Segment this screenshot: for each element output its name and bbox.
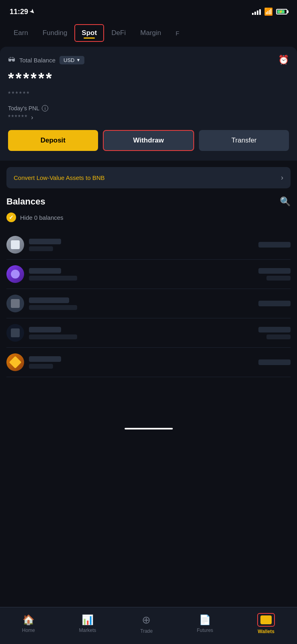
nav-wallets[interactable]: Wallets [249,611,283,636]
coin-name [29,297,69,303]
convert-text: Convert Low-Value Assets to BNB [14,174,105,181]
hide-zero-toggle[interactable]: ✓ Hide 0 balances [6,213,291,222]
action-buttons: Deposit Withdraw Transfer [8,130,289,151]
signal-icon [252,8,261,15]
check-icon: ✓ [6,213,16,222]
coin-name [29,239,61,244]
balance-item[interactable] [6,230,291,260]
main-balance: ****** [8,70,289,87]
nav-markets-label: Markets [79,627,96,633]
nav-futures-label: Futures [197,627,213,633]
balance-item[interactable] [6,289,291,318]
tab-earn[interactable]: Earn [6,23,35,43]
status-time: 11:29 ➤ [10,8,35,16]
balance-list [6,230,291,377]
balance-value [258,359,291,365]
balances-header: Balances 🔍 [6,196,291,207]
markets-icon: 📊 [82,614,94,625]
pnl-value: ****** › [8,114,289,121]
nav-wallets-label: Wallets [258,629,274,634]
pnl-section: Today's PNL i ****** › [8,105,289,121]
currency-label: USD [63,57,74,63]
balance-value [258,242,291,248]
location-icon: ➤ [29,8,37,16]
coin-icon [6,324,24,342]
nav-tabs: Earn Funding Spot DeFi Margin F [0,21,297,45]
nav-markets[interactable]: 📊 Markets [71,613,104,635]
withdraw-button[interactable]: Withdraw [103,130,195,151]
coin-sub [29,305,77,310]
balance-value [258,301,291,306]
balance-sub-value [266,276,291,281]
balance-header: 🕶 Total Balance USD ▼ ⏰ [8,55,289,65]
wallets-icon [260,615,272,624]
balance-item[interactable] [6,348,291,377]
balances-section: Balances 🔍 ✓ Hide 0 balances [0,188,297,377]
balance-label: 🕶 Total Balance USD ▼ [8,56,84,64]
clock-icon[interactable]: ⏰ [278,55,289,65]
eye-slash-icon[interactable]: 🕶 [8,56,15,64]
nav-trade-label: Trade [140,628,153,634]
tab-margin[interactable]: Margin [133,23,168,43]
nav-futures[interactable]: 📄 Futures [189,613,221,635]
tab-spot[interactable]: Spot [74,24,104,42]
coin-icon [6,353,24,371]
convert-banner[interactable]: Convert Low-Value Assets to BNB › [6,167,291,188]
coin-icon [6,295,24,312]
coin-name [29,268,61,274]
currency-badge[interactable]: USD ▼ [59,56,84,64]
home-icon: 🏠 [23,614,35,625]
balance-value [258,268,291,274]
search-icon[interactable]: 🔍 [280,196,291,207]
coin-icon [6,236,24,254]
chevron-right-icon[interactable]: › [31,114,34,121]
coin-sub [29,276,77,281]
coin-name [29,327,61,332]
coin-sub [29,334,77,339]
futures-icon: 📄 [199,614,211,625]
status-bar: 11:29 ➤ 📶 ⚡ [0,0,297,21]
tab-defi[interactable]: DeFi [104,23,133,43]
hide-zero-label: Hide 0 balances [20,214,63,221]
balance-item[interactable] [6,318,291,348]
status-icons: 📶 ⚡ [252,7,287,16]
pnl-text: Today's PNL [8,105,39,111]
info-icon[interactable]: i [42,105,48,111]
trade-icon: ⊕ [142,614,151,626]
balances-title: Balances [6,196,45,207]
balance-value [258,327,291,332]
wifi-icon: 📶 [264,7,273,16]
tab-funding[interactable]: Funding [35,23,74,43]
bottom-nav: 🏠 Home 📊 Markets ⊕ Trade 📄 Futures Walle… [0,607,297,644]
balance-card: 🕶 Total Balance USD ▼ ⏰ ****** ****** To… [0,47,297,161]
coin-sub [29,364,53,369]
coin-name [29,356,61,362]
chevron-down-icon: ▼ [76,58,81,62]
pnl-label: Today's PNL i [8,105,289,111]
balance-sub-value [266,334,291,339]
coin-icon [6,265,24,283]
pnl-number: ****** [8,114,28,121]
nav-trade[interactable]: ⊕ Trade [132,612,161,636]
balance-item[interactable] [6,260,291,289]
nav-home-label: Home [22,627,35,633]
deposit-button[interactable]: Deposit [8,130,98,151]
battery-icon: ⚡ [276,9,287,14]
tab-more[interactable]: F [168,24,186,42]
total-balance-text: Total Balance [19,57,55,64]
convert-arrow-icon: › [281,173,283,182]
sub-balance: ****** [8,91,289,98]
coin-sub [29,246,53,251]
home-indicator [125,428,173,429]
time-display: 11:29 [10,8,28,16]
nav-home[interactable]: 🏠 Home [14,613,43,635]
transfer-button[interactable]: Transfer [199,130,289,151]
